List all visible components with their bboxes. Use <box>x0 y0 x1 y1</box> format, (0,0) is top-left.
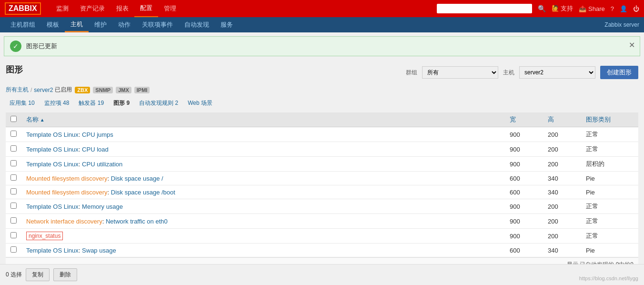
power-icon[interactable]: ⏻ <box>633 5 639 12</box>
row-prefix-link[interactable]: Network interface discovery <box>26 218 102 225</box>
row-width: 900 <box>505 157 543 172</box>
row-width: 900 <box>505 229 543 244</box>
notification-close-button[interactable]: ✕ <box>629 41 635 50</box>
row-prefix-link[interactable]: Mounted filesystem discovery <box>26 175 108 182</box>
tab-web-scenarios[interactable]: Web 场景 <box>184 98 216 109</box>
delete-button[interactable]: 删除 <box>53 268 77 281</box>
top-nav-right: 🔍 🙋 支持 📤 Share ? 👤 ⏻ <box>437 4 639 13</box>
tab-appsets[interactable]: 应用集 10 <box>6 98 39 109</box>
row-name-cell: Mounted filesystem discovery: Disk space… <box>21 185 505 199</box>
copy-button[interactable]: 复制 <box>26 268 50 281</box>
row-checkbox[interactable] <box>10 203 17 209</box>
host-filter-label: 主机 <box>503 69 514 77</box>
row-height: 200 <box>543 199 581 214</box>
row-checkbox[interactable] <box>10 246 17 253</box>
row-height: 200 <box>543 214 581 229</box>
row-colon: : <box>79 131 82 138</box>
share-link[interactable]: 📤 Share <box>579 5 604 12</box>
row-name-link[interactable]: Disk space usage / <box>111 175 163 182</box>
breadcrumb-all-hosts[interactable]: 所有主机 <box>6 86 29 94</box>
row-name-cell: Template OS Linux: CPU utilization <box>21 157 505 172</box>
host-filter-select[interactable]: server2 <box>519 66 595 79</box>
group-filter-select[interactable]: 所有 <box>422 66 498 79</box>
table-row: Mounted filesystem discovery: Disk space… <box>6 172 638 185</box>
row-width: 900 <box>505 127 543 142</box>
col-check-all[interactable] <box>6 112 21 127</box>
col-width-header: 宽 <box>505 112 543 127</box>
tab-items[interactable]: 监控项 48 <box>40 98 73 109</box>
nav-monitor[interactable]: 监测 <box>50 0 74 17</box>
select-all-checkbox[interactable] <box>10 116 17 122</box>
row-checkbox[interactable] <box>10 131 17 137</box>
support-link[interactable]: 🙋 支持 <box>552 4 574 13</box>
nav-assets[interactable]: 资产记录 <box>74 0 111 17</box>
row-height: 200 <box>543 229 581 244</box>
tab-discovery-rules[interactable]: 自动发现规则 2 <box>135 98 182 109</box>
breadcrumb-server2[interactable]: server2 <box>34 87 53 93</box>
row-type: 正常 <box>581 214 638 229</box>
row-width: 600 <box>505 172 543 185</box>
row-prefix-link[interactable]: Template OS Linux <box>26 146 79 153</box>
row-name-link[interactable]: Network traffic on eth0 <box>106 218 168 225</box>
create-graph-button[interactable]: 创建图形 <box>600 66 638 79</box>
row-name-cell: Template OS Linux: Memory usage <box>21 199 505 214</box>
tab-graphs[interactable]: 图形 9 <box>110 98 133 109</box>
row-height: 200 <box>543 142 581 157</box>
row-checkbox[interactable] <box>10 217 17 224</box>
group-filter-label: 群组 <box>406 69 417 77</box>
help-icon[interactable]: ? <box>611 5 614 12</box>
row-name-link[interactable]: CPU load <box>82 146 109 153</box>
subnav-services[interactable]: 服务 <box>215 17 239 32</box>
row-name-link[interactable]: Swap usage <box>82 247 116 254</box>
bottom-bar: 0 选择 复制 删除 <box>0 264 644 285</box>
row-prefix-link[interactable]: Template OS Linux <box>26 203 79 210</box>
nav-reports[interactable]: 报表 <box>111 0 134 17</box>
tabs-row: 应用集 10 监控项 48 触发器 19 图形 9 自动发现规则 2 Web 场… <box>6 98 638 109</box>
row-prefix-link[interactable]: Template OS Linux <box>26 161 79 168</box>
row-height: 340 <box>543 244 581 257</box>
subnav-hosts[interactable]: 主机 <box>65 17 89 32</box>
user-icon[interactable]: 👤 <box>620 5 627 12</box>
row-name-link[interactable]: CPU utilization <box>82 161 122 168</box>
row-prefix-link[interactable]: Mounted filesystem discovery <box>26 189 108 196</box>
row-checkbox[interactable] <box>10 232 17 238</box>
table-row: Mounted filesystem discovery: Disk space… <box>6 185 638 199</box>
subnav-actions[interactable]: 动作 <box>112 17 136 32</box>
table-row: Network interface discovery: Network tra… <box>6 214 638 229</box>
top-navigation: ZABBIX 监测 资产记录 报表 配置 管理 🔍 🙋 支持 📤 Share ?… <box>0 0 644 17</box>
row-type: 正常 <box>581 199 638 214</box>
row-prefix-link[interactable]: Template OS Linux <box>26 131 79 138</box>
row-name-link[interactable]: CPU jumps <box>82 131 113 138</box>
subnav-discovery[interactable]: 自动发现 <box>179 17 215 32</box>
row-prefix-link[interactable]: Template OS Linux <box>26 247 79 254</box>
notification-bar: ✓ 图形已更新 ✕ <box>4 36 640 56</box>
row-name-cell: Template OS Linux: Swap usage <box>21 244 505 257</box>
col-type-header: 图形类别 <box>581 112 638 127</box>
nav-admin[interactable]: 管理 <box>158 0 182 17</box>
row-width: 600 <box>505 244 543 257</box>
subnav-correlations[interactable]: 关联项事件 <box>136 17 179 32</box>
notification-message: 图形已更新 <box>26 42 57 51</box>
badge-snmp: SNMP <box>93 87 113 93</box>
subnav-templates[interactable]: 模板 <box>41 17 65 32</box>
search-icon[interactable]: 🔍 <box>538 5 546 12</box>
table-row: Template OS Linux: Memory usage900200正常 <box>6 199 638 214</box>
row-checkbox[interactable] <box>10 174 17 181</box>
row-checkbox[interactable] <box>10 188 17 194</box>
row-name-cell: nginx_status <box>21 229 505 244</box>
row-checkbox[interactable] <box>10 145 17 152</box>
col-name-header[interactable]: 名称 <box>21 112 505 127</box>
search-input[interactable] <box>437 4 532 13</box>
zabbix-logo: ZABBIX <box>5 2 41 15</box>
row-type: 正常 <box>581 127 638 142</box>
nav-config[interactable]: 配置 <box>134 0 158 17</box>
table-header-row: 名称 宽 高 图形类别 <box>6 112 638 127</box>
row-checkbox[interactable] <box>10 160 17 166</box>
subnav-maintenance[interactable]: 维护 <box>89 17 112 32</box>
row-name-link[interactable]: Disk space usage /boot <box>111 189 175 196</box>
row-name-link[interactable]: Memory usage <box>82 203 123 210</box>
row-type: Pie <box>581 244 638 257</box>
tab-triggers[interactable]: 触发器 19 <box>75 98 108 109</box>
nginx-status-link[interactable]: nginx_status <box>26 232 63 240</box>
subnav-hostgroups[interactable]: 主机群组 <box>5 17 41 32</box>
